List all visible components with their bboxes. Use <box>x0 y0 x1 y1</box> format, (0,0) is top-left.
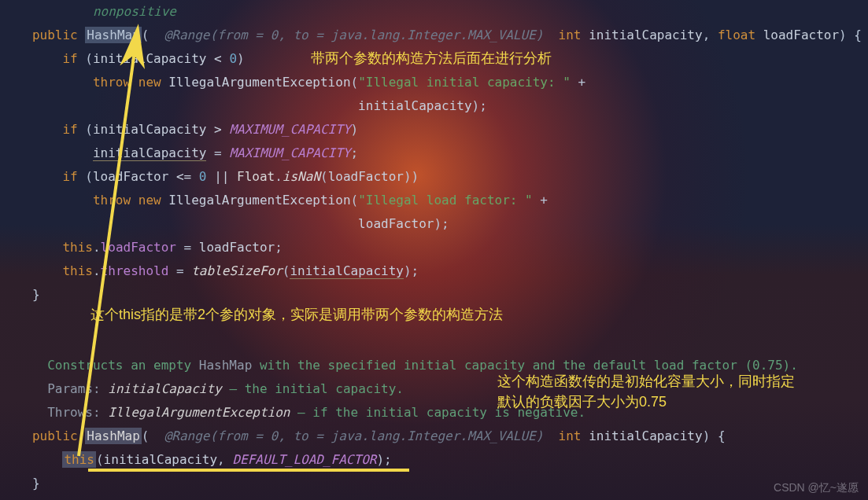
id-initial-capacity: initialCapacity <box>104 452 218 467</box>
kw-int: int <box>559 28 582 42</box>
code-editor[interactable]: nonpositive public HashMap( @Range(from … <box>0 0 868 500</box>
kw-new: new <box>139 193 161 208</box>
id-load-factor: loadFactor <box>358 216 434 231</box>
kw-if: if <box>62 51 77 66</box>
const-default-lf: DEFAULT_LOAD_FACTOR <box>232 452 376 467</box>
method-tablesizefor: tableSizeFor <box>191 263 283 278</box>
watermark: CSDN @忆~遂愿 <box>774 481 859 495</box>
id-initial-capacity: initialCapacity <box>358 98 472 113</box>
kw-throw: throw <box>93 193 131 208</box>
const-maxcap: MAXIMUM_CAPACITY <box>229 122 350 137</box>
doc-throws-code: IllegalArgumentException <box>108 405 290 420</box>
cls-float: Float <box>237 169 275 184</box>
doc-hashmap: HashMap <box>199 358 252 373</box>
field-loadfactor: loadFactor <box>101 240 176 255</box>
kw-if: if <box>62 122 77 137</box>
id-load-factor: loadFactor <box>199 240 275 255</box>
id-initial-capacity: initialCapacity <box>93 145 207 160</box>
doc-line2: with the specified initial capacity and … <box>252 358 798 373</box>
code-block[interactable]: nonpositive public HashMap( @Range(from … <box>0 0 868 495</box>
annotation-3-line2: 默认的负载因子大小为0.75 <box>497 392 667 411</box>
str-cap: "Illegal initial capacity: " <box>358 75 571 90</box>
cls-iae: IllegalArgumentException <box>168 193 350 208</box>
hint-range: @Range(from = 0, to = java.lang.Integer.… <box>164 28 544 42</box>
kw-float: float <box>718 28 755 42</box>
id-load-factor: loadFactor <box>763 28 839 42</box>
annotation-1: 带两个参数的构造方法后面在进行分析 <box>311 49 552 68</box>
annotation-3-line1: 这个构造函数传的是初始化容量大小，同时指定 <box>497 372 795 391</box>
hint-range: @Range(from = 0, to = java.lang.Integer.… <box>164 428 544 443</box>
str-lf: "Illegal load factor: " <box>358 193 533 208</box>
num-zero: 0 <box>229 51 237 66</box>
id-initial-capacity: initialCapacity <box>589 428 703 443</box>
kw-public: public <box>32 428 78 443</box>
kw-public: public <box>32 28 78 42</box>
kw-int: int <box>559 428 582 443</box>
doc-throws-lbl: Throws: <box>47 405 100 420</box>
underline-highlight <box>88 469 409 472</box>
kw-this: this <box>62 240 93 255</box>
id-initial-capacity: initialCapacity <box>290 263 404 278</box>
id-load-factor: loadFactor <box>328 169 404 184</box>
doc-params-txt: – the initial capacity. <box>222 381 404 396</box>
doc-params-code: initialCapacity <box>108 381 222 396</box>
id-load-factor: loadFactor <box>93 169 168 184</box>
const-maxcap: MAXIMUM_CAPACITY <box>229 145 350 160</box>
num-zero: 0 <box>199 169 207 184</box>
cls-iae: IllegalArgumentException <box>168 75 350 90</box>
id-initial-capacity: initialCapacity <box>589 28 703 42</box>
hint-nonpositive: nonpositive <box>93 4 176 19</box>
annotation-2: 这个this指的是带2个参的对象，实际是调用带两个参数的构造方法 <box>90 305 503 324</box>
kw-this: this <box>62 263 93 278</box>
selection-hashmap-2[interactable]: HashMap <box>85 428 141 444</box>
kw-this: this <box>64 452 94 467</box>
doc-line: Constructs an empty <box>47 358 199 373</box>
kw-throw: throw <box>93 75 131 90</box>
id-initial-capacity: initialCapacity <box>93 122 207 137</box>
kw-new: new <box>139 75 161 90</box>
field-threshold: threshold <box>101 263 169 278</box>
selection-hashmap[interactable]: HashMap <box>85 27 141 43</box>
kw-if: if <box>62 169 77 184</box>
method-isnan: isNaN <box>283 169 320 184</box>
id-initial-capacity: initialCapacity <box>93 51 207 66</box>
doc-params-lbl: Params: <box>47 381 100 396</box>
